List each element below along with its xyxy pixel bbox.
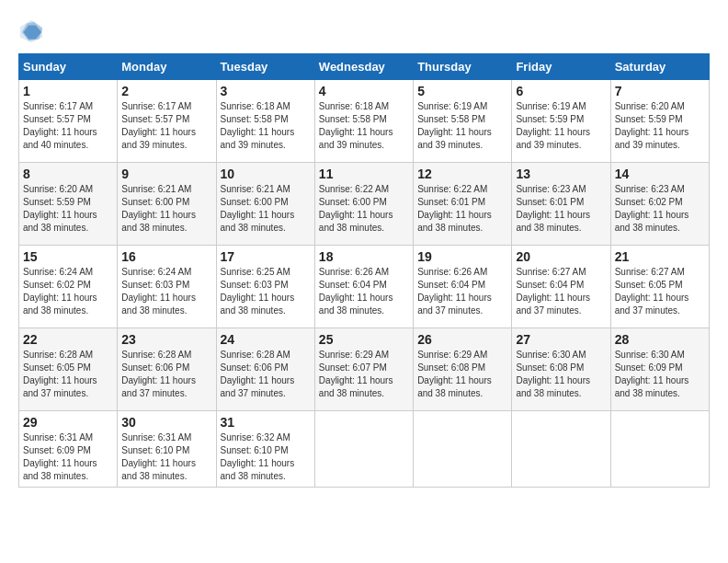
day-number: 21 [615,249,705,264]
weekday-header-sunday: Sunday [19,54,118,80]
day-number: 26 [417,332,507,347]
day-number: 18 [319,249,409,264]
calendar-cell: 19Sunrise: 6:26 AMSunset: 6:04 PMDayligh… [414,246,512,328]
calendar-cell [610,411,709,488]
day-info: Sunrise: 6:24 AMSunset: 6:02 PMDaylight:… [23,266,113,317]
logo [18,18,48,44]
calendar-cell: 9Sunrise: 6:21 AMSunset: 6:00 PMDaylight… [118,163,216,246]
calendar-cell: 23Sunrise: 6:28 AMSunset: 6:06 PMDayligh… [118,328,216,411]
day-info: Sunrise: 6:28 AMSunset: 6:06 PMDaylight:… [121,349,211,400]
day-number: 11 [319,167,409,181]
weekday-header-tuesday: Tuesday [216,54,314,80]
day-info: Sunrise: 6:18 AMSunset: 5:58 PMDaylight:… [319,100,409,152]
calendar-cell: 13Sunrise: 6:23 AMSunset: 6:01 PMDayligh… [512,163,610,246]
calendar-cell: 3Sunrise: 6:18 AMSunset: 5:58 PMDaylight… [216,80,314,163]
calendar-cell: 12Sunrise: 6:22 AMSunset: 6:01 PMDayligh… [414,163,512,246]
calendar-cell: 18Sunrise: 6:26 AMSunset: 6:04 PMDayligh… [314,246,413,328]
day-info: Sunrise: 6:24 AMSunset: 6:03 PMDaylight:… [121,266,211,317]
day-info: Sunrise: 6:27 AMSunset: 6:05 PMDaylight:… [615,266,705,317]
calendar-cell: 2Sunrise: 6:17 AMSunset: 5:57 PMDaylight… [118,80,216,163]
calendar-cell: 10Sunrise: 6:21 AMSunset: 6:00 PMDayligh… [216,163,314,246]
logo-icon [18,18,44,44]
calendar-week-row: 22Sunrise: 6:28 AMSunset: 6:05 PMDayligh… [19,328,710,411]
calendar-header-row: SundayMondayTuesdayWednesdayThursdayFrid… [19,54,710,80]
day-info: Sunrise: 6:30 AMSunset: 6:08 PMDaylight:… [516,349,606,400]
day-info: Sunrise: 6:17 AMSunset: 5:57 PMDaylight:… [121,100,211,152]
calendar-cell: 21Sunrise: 6:27 AMSunset: 6:05 PMDayligh… [610,246,709,328]
calendar-cell: 31Sunrise: 6:32 AMSunset: 6:10 PMDayligh… [216,411,314,488]
calendar-cell [314,411,413,488]
day-info: Sunrise: 6:25 AMSunset: 6:03 PMDaylight:… [221,266,311,317]
calendar-cell: 22Sunrise: 6:28 AMSunset: 6:05 PMDayligh… [19,328,118,411]
calendar-cell: 25Sunrise: 6:29 AMSunset: 6:07 PMDayligh… [314,328,413,411]
day-info: Sunrise: 6:21 AMSunset: 6:00 PMDaylight:… [121,183,211,235]
calendar-cell: 24Sunrise: 6:28 AMSunset: 6:06 PMDayligh… [216,328,314,411]
calendar-cell: 14Sunrise: 6:23 AMSunset: 6:02 PMDayligh… [610,163,709,246]
weekday-header-thursday: Thursday [414,54,512,80]
day-info: Sunrise: 6:17 AMSunset: 5:57 PMDaylight:… [23,100,113,152]
calendar-cell: 20Sunrise: 6:27 AMSunset: 6:04 PMDayligh… [512,246,610,328]
page-header [18,18,710,44]
day-info: Sunrise: 6:26 AMSunset: 6:04 PMDaylight:… [417,266,507,317]
calendar-cell: 28Sunrise: 6:30 AMSunset: 6:09 PMDayligh… [610,328,709,411]
day-number: 28 [615,332,705,347]
calendar-cell: 5Sunrise: 6:19 AMSunset: 5:58 PMDaylight… [414,80,512,163]
calendar-cell: 6Sunrise: 6:19 AMSunset: 5:59 PMDaylight… [512,80,610,163]
day-number: 29 [23,415,113,430]
day-number: 1 [23,84,113,98]
calendar-cell: 29Sunrise: 6:31 AMSunset: 6:09 PMDayligh… [19,411,118,488]
day-info: Sunrise: 6:32 AMSunset: 6:10 PMDaylight:… [221,431,311,483]
day-info: Sunrise: 6:26 AMSunset: 6:04 PMDaylight:… [319,266,409,317]
day-number: 16 [121,249,211,264]
day-number: 12 [417,167,507,181]
day-info: Sunrise: 6:19 AMSunset: 5:59 PMDaylight:… [516,100,606,152]
day-number: 9 [121,167,211,181]
day-number: 3 [221,84,311,98]
calendar-cell: 4Sunrise: 6:18 AMSunset: 5:58 PMDaylight… [314,80,413,163]
day-number: 8 [23,167,113,181]
day-number: 27 [516,332,606,347]
calendar-cell: 27Sunrise: 6:30 AMSunset: 6:08 PMDayligh… [512,328,610,411]
day-info: Sunrise: 6:31 AMSunset: 6:10 PMDaylight:… [121,431,211,483]
day-number: 5 [417,84,507,98]
day-number: 13 [516,167,606,181]
day-number: 19 [417,249,507,264]
day-info: Sunrise: 6:23 AMSunset: 6:01 PMDaylight:… [516,183,606,235]
day-info: Sunrise: 6:30 AMSunset: 6:09 PMDaylight:… [615,349,705,400]
day-info: Sunrise: 6:28 AMSunset: 6:05 PMDaylight:… [23,349,113,400]
calendar-cell: 8Sunrise: 6:20 AMSunset: 5:59 PMDaylight… [19,163,118,246]
calendar-cell: 7Sunrise: 6:20 AMSunset: 5:59 PMDaylight… [610,80,709,163]
day-info: Sunrise: 6:20 AMSunset: 5:59 PMDaylight:… [615,100,705,152]
calendar-cell [512,411,610,488]
day-info: Sunrise: 6:31 AMSunset: 6:09 PMDaylight:… [23,431,113,483]
day-info: Sunrise: 6:23 AMSunset: 6:02 PMDaylight:… [615,183,705,235]
day-number: 31 [221,415,311,430]
day-info: Sunrise: 6:27 AMSunset: 6:04 PMDaylight:… [516,266,606,317]
calendar-cell [414,411,512,488]
day-number: 23 [121,332,211,347]
day-info: Sunrise: 6:22 AMSunset: 6:01 PMDaylight:… [417,183,507,235]
day-info: Sunrise: 6:28 AMSunset: 6:06 PMDaylight:… [221,349,311,400]
calendar-week-row: 15Sunrise: 6:24 AMSunset: 6:02 PMDayligh… [19,246,710,328]
day-info: Sunrise: 6:19 AMSunset: 5:58 PMDaylight:… [417,100,507,152]
weekday-header-friday: Friday [512,54,610,80]
day-number: 6 [516,84,606,98]
day-info: Sunrise: 6:20 AMSunset: 5:59 PMDaylight:… [23,183,113,235]
calendar-week-row: 29Sunrise: 6:31 AMSunset: 6:09 PMDayligh… [19,411,710,488]
day-info: Sunrise: 6:21 AMSunset: 6:00 PMDaylight:… [221,183,311,235]
calendar-cell: 26Sunrise: 6:29 AMSunset: 6:08 PMDayligh… [414,328,512,411]
day-number: 2 [121,84,211,98]
weekday-header-wednesday: Wednesday [314,54,413,80]
day-number: 22 [23,332,113,347]
day-number: 24 [221,332,311,347]
day-number: 10 [221,167,311,181]
day-info: Sunrise: 6:29 AMSunset: 6:08 PMDaylight:… [417,349,507,400]
calendar-table: SundayMondayTuesdayWednesdayThursdayFrid… [18,53,710,488]
day-number: 17 [221,249,311,264]
calendar-week-row: 1Sunrise: 6:17 AMSunset: 5:57 PMDaylight… [19,80,710,163]
calendar-cell: 17Sunrise: 6:25 AMSunset: 6:03 PMDayligh… [216,246,314,328]
day-number: 7 [615,84,705,98]
calendar-cell: 11Sunrise: 6:22 AMSunset: 6:00 PMDayligh… [314,163,413,246]
day-info: Sunrise: 6:29 AMSunset: 6:07 PMDaylight:… [319,349,409,400]
weekday-header-saturday: Saturday [610,54,709,80]
